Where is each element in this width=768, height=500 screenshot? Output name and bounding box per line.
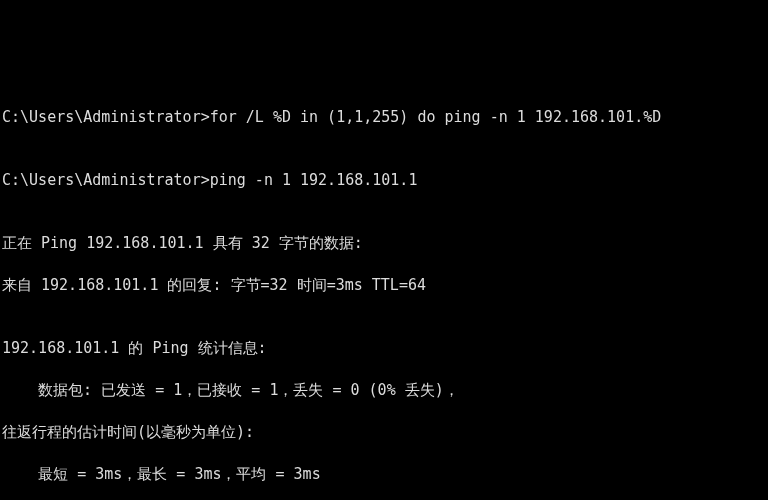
ping-header: 正在 Ping 192.168.101.1 具有 32 字节的数据: xyxy=(2,233,766,254)
prompt-path: C:\Users\Administrator> xyxy=(2,108,210,126)
ping-packets: 数据包: 已发送 = 1，已接收 = 1，丢失 = 0 (0% 丢失)， xyxy=(2,380,766,401)
prompt-line: C:\Users\Administrator>for /L %D in (1,1… xyxy=(2,107,766,128)
ping-reply: 来自 192.168.101.1 的回复: 字节=32 时间=3ms TTL=6… xyxy=(2,275,766,296)
terminal-output[interactable]: C:\Users\Administrator>for /L %D in (1,1… xyxy=(2,86,766,500)
ping-rtt-title: 往返行程的估计时间(以毫秒为单位): xyxy=(2,422,766,443)
command-ping-1: ping -n 1 192.168.101.1 xyxy=(210,171,418,189)
prompt-path: C:\Users\Administrator> xyxy=(2,171,210,189)
ping-rtt: 最短 = 3ms，最长 = 3ms，平均 = 3ms xyxy=(2,464,766,485)
ping-stats-title: 192.168.101.1 的 Ping 统计信息: xyxy=(2,338,766,359)
command-for: for /L %D in (1,1,255) do ping -n 1 192.… xyxy=(210,108,662,126)
prompt-line: C:\Users\Administrator>ping -n 1 192.168… xyxy=(2,170,766,191)
